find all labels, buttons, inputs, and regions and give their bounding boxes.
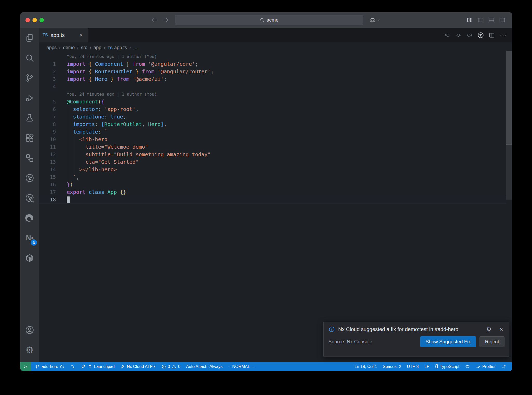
cursor-position[interactable]: Ln 18, Col 1	[352, 362, 380, 371]
notifications-bell[interactable]	[498, 362, 509, 371]
language-mode[interactable]: {}TypeScript	[432, 362, 462, 371]
code-line-8[interactable]: 8 imports: [RouterOutlet, Hero],	[39, 121, 506, 128]
code-line-10[interactable]: 10 <lib-hero	[39, 136, 506, 143]
code-line-18[interactable]: 18	[39, 196, 506, 203]
tab-app-ts[interactable]: TS app.ts ×	[39, 28, 88, 42]
line-number[interactable]: 8	[39, 121, 56, 128]
notification-settings-button[interactable]: ⚙	[486, 326, 492, 332]
line-number[interactable]: 17	[39, 188, 56, 196]
activity-item-extensions[interactable]	[20, 128, 39, 148]
nx-cloud-ai-fix[interactable]: Nx Cloud AI Fix	[117, 362, 158, 371]
close-tab-button[interactable]: ×	[78, 32, 84, 38]
nav-current-button[interactable]	[455, 32, 462, 39]
code-line-3[interactable]: 3import { Hero } from '@acme/ui';	[39, 75, 506, 83]
line-number[interactable]: 9	[39, 128, 56, 136]
code-line-14[interactable]: 14 ></lib-hero>	[39, 166, 506, 173]
breadcrumb-item[interactable]: apps	[46, 45, 57, 50]
remote-indicator[interactable]	[20, 362, 31, 371]
code-line-15[interactable]: 15 `,	[39, 173, 506, 181]
line-number[interactable]: 5	[39, 98, 56, 106]
line-number[interactable]: 16	[39, 181, 56, 188]
activity-item-source-control[interactable]	[20, 68, 39, 88]
breadcrumb-item[interactable]: TSapp.ts	[108, 45, 127, 50]
line-number[interactable]: 14	[39, 166, 56, 173]
line-number[interactable]: 1	[39, 60, 56, 68]
zoom-window-button[interactable]	[39, 18, 44, 22]
history-forward-button[interactable]	[162, 16, 170, 24]
breadcrumb-item[interactable]: demo	[63, 45, 75, 50]
code-line-11[interactable]: 11 title="Welcmoe demo"	[39, 143, 506, 151]
gitlens-compare[interactable]	[68, 362, 78, 371]
toggle-panel-icon[interactable]	[488, 16, 495, 24]
activity-item-search[interactable]	[20, 48, 39, 68]
code-line-13[interactable]: 13 cta="Get Started"	[39, 158, 506, 166]
line-number[interactable]: 12	[39, 151, 56, 158]
show-suggested-fix-button[interactable]: Show Suggested Fix	[420, 336, 476, 347]
activity-item-explorer[interactable]	[20, 28, 39, 48]
nav-forward-button[interactable]	[466, 32, 473, 39]
activity-item-testing[interactable]	[20, 108, 39, 128]
activity-item-edge-tools[interactable]	[20, 208, 39, 228]
line-number[interactable]: 4	[39, 83, 56, 90]
line-number[interactable]: 15	[39, 173, 56, 181]
code-line-5[interactable]: 5@Component({	[39, 98, 506, 106]
indentation[interactable]: Spaces: 2	[380, 362, 404, 371]
split-editor-button[interactable]	[488, 32, 495, 39]
breadcrumb-item[interactable]: src	[81, 45, 87, 50]
code-line-12[interactable]: 12 subtitle="Build something amazing tod…	[39, 151, 506, 158]
auto-attach[interactable]: Auto Attach: Always	[183, 362, 225, 371]
problems[interactable]: 00	[158, 362, 183, 371]
activity-item-accounts[interactable]	[20, 320, 39, 340]
line-number[interactable]: 13	[39, 158, 56, 166]
code-line-2[interactable]: 2import { RouterOutlet } from '@angular/…	[39, 68, 506, 75]
code-line-7[interactable]: 7 standalone: true,	[39, 113, 506, 121]
more-actions-button[interactable]	[500, 32, 507, 39]
close-window-button[interactable]	[25, 18, 30, 22]
git-branch-status[interactable]: add-hero	[32, 362, 68, 371]
code-line-17[interactable]: 17export class App {}	[39, 188, 506, 196]
scrollbar-thumb[interactable]	[506, 51, 512, 144]
line-number[interactable]: 2	[39, 68, 56, 75]
line-number[interactable]: 10	[39, 136, 56, 143]
copilot-status[interactable]	[462, 362, 473, 371]
activity-item-nx-graph[interactable]	[20, 168, 39, 188]
eol-selector[interactable]: LF	[422, 362, 432, 371]
copilot-menu[interactable]	[369, 16, 381, 24]
line-number[interactable]: 11	[39, 143, 56, 151]
breadcrumb-item[interactable]: …	[133, 45, 138, 50]
nav-back-button[interactable]	[444, 32, 451, 39]
history-back-button[interactable]	[151, 16, 158, 24]
line-number[interactable]: 3	[39, 75, 56, 83]
reject-button[interactable]: Reject	[480, 336, 504, 347]
scrollbar-track-lower[interactable]	[506, 144, 512, 200]
activity-item-run-and-debug[interactable]	[20, 88, 39, 108]
line-number[interactable]: 7	[39, 113, 56, 121]
code-line-4[interactable]: 4	[39, 83, 506, 90]
code-line-6[interactable]: 6 selector: 'app-root',	[39, 106, 506, 113]
editor-pane[interactable]: You, 24 minutes ago | 1 author (You)1imp…	[39, 53, 506, 362]
activity-item-nx-console[interactable]: N>3	[20, 228, 39, 248]
code-line-9[interactable]: 9 template: `	[39, 128, 506, 136]
minimize-window-button[interactable]	[32, 18, 37, 22]
breadcrumb-item[interactable]: app	[94, 45, 101, 50]
activity-item-settings[interactable]: ⚙	[20, 340, 39, 360]
layout-customize-icon[interactable]	[466, 16, 473, 24]
formatter-prettier[interactable]: Prettier	[473, 362, 498, 371]
blame-annotation: You, 24 minutes ago | 1 author (You)	[39, 90, 506, 98]
activity-item-project-structure[interactable]	[20, 148, 39, 168]
encoding[interactable]: UTF-8	[404, 362, 421, 371]
command-center-search[interactable]: acme	[175, 15, 363, 25]
nx-graph-action-button[interactable]	[477, 32, 484, 39]
code-line-16[interactable]: 16})	[39, 181, 506, 188]
launchpad[interactable]: Launchpad	[78, 362, 117, 371]
toggle-secondary-sidebar-icon[interactable]	[499, 16, 506, 24]
code-line-1[interactable]: 1import { Component } from '@angular/cor…	[39, 60, 506, 68]
vim-mode[interactable]: -- NORMAL --	[225, 362, 257, 371]
activity-item-containers[interactable]	[20, 248, 39, 268]
toggle-primary-sidebar-icon[interactable]	[477, 16, 484, 24]
line-number[interactable]: 18	[39, 196, 56, 203]
close-notification-button[interactable]: ×	[498, 326, 504, 332]
line-number[interactable]: 6	[39, 106, 56, 113]
activity-item-nx-graph-search[interactable]	[20, 188, 39, 208]
tab-label: app.ts	[50, 32, 76, 38]
